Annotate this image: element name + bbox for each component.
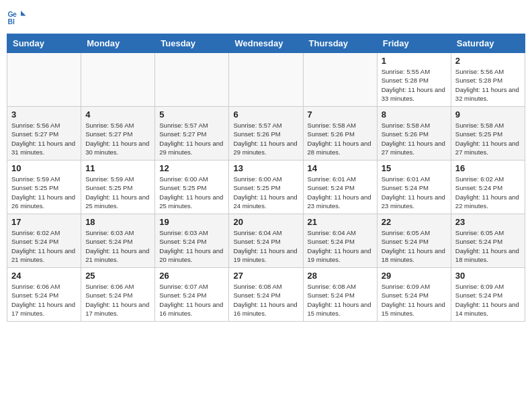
day-number: 6 bbox=[233, 109, 298, 120]
calendar-day: 1Sunrise: 5:55 AM Sunset: 5:28 PM Daylig… bbox=[377, 53, 451, 107]
day-number: 5 bbox=[159, 109, 224, 120]
weekday-header: Sunday bbox=[7, 34, 81, 53]
day-number: 11 bbox=[85, 163, 150, 173]
calendar-day: 7Sunrise: 5:58 AM Sunset: 5:26 PM Daylig… bbox=[303, 107, 377, 161]
day-number: 16 bbox=[455, 163, 521, 173]
day-info: Sunrise: 5:59 AM Sunset: 5:25 PM Dayligh… bbox=[85, 175, 150, 210]
calendar-day: 2Sunrise: 5:56 AM Sunset: 5:28 PM Daylig… bbox=[451, 53, 525, 107]
calendar-day: 22Sunrise: 6:05 AM Sunset: 5:24 PM Dayli… bbox=[377, 214, 451, 268]
day-number: 2 bbox=[455, 56, 521, 66]
day-number: 26 bbox=[159, 271, 224, 281]
day-number: 21 bbox=[308, 217, 373, 227]
day-number: 30 bbox=[455, 271, 521, 281]
day-info: Sunrise: 5:56 AM Sunset: 5:27 PM Dayligh… bbox=[85, 121, 150, 156]
day-info: Sunrise: 5:57 AM Sunset: 5:26 PM Dayligh… bbox=[233, 121, 298, 156]
day-number: 22 bbox=[382, 217, 447, 227]
weekday-header: Friday bbox=[377, 34, 451, 53]
calendar-empty bbox=[81, 53, 155, 107]
day-info: Sunrise: 6:09 AM Sunset: 5:24 PM Dayligh… bbox=[382, 282, 447, 318]
weekday-header: Tuesday bbox=[155, 34, 229, 53]
calendar-day: 16Sunrise: 6:02 AM Sunset: 5:24 PM Dayli… bbox=[451, 161, 525, 214]
day-info: Sunrise: 6:00 AM Sunset: 5:25 PM Dayligh… bbox=[233, 175, 298, 210]
day-info: Sunrise: 6:06 AM Sunset: 5:24 PM Dayligh… bbox=[11, 282, 77, 318]
logo-icon: G e B l bbox=[7, 7, 27, 27]
day-number: 28 bbox=[308, 271, 373, 281]
svg-marker-4 bbox=[21, 11, 26, 16]
day-info: Sunrise: 5:58 AM Sunset: 5:26 PM Dayligh… bbox=[308, 121, 373, 156]
day-info: Sunrise: 6:00 AM Sunset: 5:25 PM Dayligh… bbox=[159, 175, 224, 210]
day-info: Sunrise: 5:58 AM Sunset: 5:25 PM Dayligh… bbox=[455, 121, 521, 156]
day-info: Sunrise: 6:05 AM Sunset: 5:24 PM Dayligh… bbox=[382, 228, 447, 264]
day-number: 4 bbox=[85, 109, 150, 120]
day-info: Sunrise: 6:07 AM Sunset: 5:24 PM Dayligh… bbox=[159, 282, 224, 318]
day-number: 9 bbox=[455, 109, 521, 120]
day-number: 25 bbox=[85, 271, 150, 281]
day-number: 18 bbox=[85, 217, 150, 227]
calendar-day: 26Sunrise: 6:07 AM Sunset: 5:24 PM Dayli… bbox=[155, 268, 229, 322]
day-number: 12 bbox=[159, 163, 224, 173]
day-info: Sunrise: 6:04 AM Sunset: 5:24 PM Dayligh… bbox=[308, 228, 373, 264]
calendar-day: 13Sunrise: 6:00 AM Sunset: 5:25 PM Dayli… bbox=[229, 161, 303, 214]
day-info: Sunrise: 6:09 AM Sunset: 5:24 PM Dayligh… bbox=[455, 282, 521, 318]
calendar-day: 3Sunrise: 5:56 AM Sunset: 5:27 PM Daylig… bbox=[7, 107, 81, 161]
page-header: G e B l bbox=[7, 7, 525, 27]
day-info: Sunrise: 6:08 AM Sunset: 5:24 PM Dayligh… bbox=[308, 282, 373, 318]
calendar-day: 27Sunrise: 6:08 AM Sunset: 5:24 PM Dayli… bbox=[229, 268, 303, 322]
day-info: Sunrise: 5:55 AM Sunset: 5:28 PM Dayligh… bbox=[382, 67, 447, 103]
day-info: Sunrise: 6:02 AM Sunset: 5:24 PM Dayligh… bbox=[11, 228, 77, 264]
calendar-day: 29Sunrise: 6:09 AM Sunset: 5:24 PM Dayli… bbox=[377, 268, 451, 322]
calendar-day: 19Sunrise: 6:03 AM Sunset: 5:24 PM Dayli… bbox=[155, 214, 229, 268]
calendar-empty bbox=[303, 53, 377, 107]
calendar-day: 10Sunrise: 5:59 AM Sunset: 5:25 PM Dayli… bbox=[7, 161, 81, 214]
calendar-day: 20Sunrise: 6:04 AM Sunset: 5:24 PM Dayli… bbox=[229, 214, 303, 268]
calendar-day: 9Sunrise: 5:58 AM Sunset: 5:25 PM Daylig… bbox=[451, 107, 525, 161]
day-info: Sunrise: 5:56 AM Sunset: 5:27 PM Dayligh… bbox=[11, 121, 77, 156]
weekday-header: Wednesday bbox=[229, 34, 303, 53]
day-info: Sunrise: 6:03 AM Sunset: 5:24 PM Dayligh… bbox=[85, 228, 150, 264]
day-info: Sunrise: 5:57 AM Sunset: 5:27 PM Dayligh… bbox=[159, 121, 224, 156]
calendar-day: 5Sunrise: 5:57 AM Sunset: 5:27 PM Daylig… bbox=[155, 107, 229, 161]
calendar-day: 25Sunrise: 6:06 AM Sunset: 5:24 PM Dayli… bbox=[81, 268, 155, 322]
day-info: Sunrise: 6:02 AM Sunset: 5:24 PM Dayligh… bbox=[455, 175, 521, 210]
calendar-day: 23Sunrise: 6:05 AM Sunset: 5:24 PM Dayli… bbox=[451, 214, 525, 268]
day-number: 8 bbox=[382, 109, 447, 120]
calendar-day: 4Sunrise: 5:56 AM Sunset: 5:27 PM Daylig… bbox=[81, 107, 155, 161]
calendar-empty bbox=[229, 53, 303, 107]
weekday-header: Saturday bbox=[451, 34, 525, 53]
day-number: 14 bbox=[308, 163, 373, 173]
calendar-day: 11Sunrise: 5:59 AM Sunset: 5:25 PM Dayli… bbox=[81, 161, 155, 214]
weekday-header: Monday bbox=[81, 34, 155, 53]
day-number: 19 bbox=[159, 217, 224, 227]
day-info: Sunrise: 6:03 AM Sunset: 5:24 PM Dayligh… bbox=[159, 228, 224, 264]
calendar-day: 18Sunrise: 6:03 AM Sunset: 5:24 PM Dayli… bbox=[81, 214, 155, 268]
calendar-table: SundayMondayTuesdayWednesdayThursdayFrid… bbox=[7, 34, 525, 322]
calendar-day: 12Sunrise: 6:00 AM Sunset: 5:25 PM Dayli… bbox=[155, 161, 229, 214]
logo: G e B l bbox=[7, 7, 30, 27]
calendar-day: 8Sunrise: 5:58 AM Sunset: 5:26 PM Daylig… bbox=[377, 107, 451, 161]
day-info: Sunrise: 6:04 AM Sunset: 5:24 PM Dayligh… bbox=[233, 228, 298, 264]
day-info: Sunrise: 6:06 AM Sunset: 5:24 PM Dayligh… bbox=[85, 282, 150, 318]
day-number: 3 bbox=[11, 109, 77, 120]
day-number: 10 bbox=[11, 163, 77, 173]
calendar-day: 30Sunrise: 6:09 AM Sunset: 5:24 PM Dayli… bbox=[451, 268, 525, 322]
day-number: 27 bbox=[233, 271, 298, 281]
weekday-header: Thursday bbox=[303, 34, 377, 53]
day-number: 24 bbox=[11, 271, 77, 281]
day-number: 20 bbox=[233, 217, 298, 227]
day-number: 17 bbox=[11, 217, 77, 227]
calendar-day: 24Sunrise: 6:06 AM Sunset: 5:24 PM Dayli… bbox=[7, 268, 81, 322]
calendar-day: 14Sunrise: 6:01 AM Sunset: 5:24 PM Dayli… bbox=[303, 161, 377, 214]
calendar-day: 21Sunrise: 6:04 AM Sunset: 5:24 PM Dayli… bbox=[303, 214, 377, 268]
day-info: Sunrise: 6:01 AM Sunset: 5:24 PM Dayligh… bbox=[382, 175, 447, 210]
calendar-empty bbox=[7, 53, 81, 107]
day-number: 15 bbox=[382, 163, 447, 173]
day-number: 7 bbox=[308, 109, 373, 120]
day-info: Sunrise: 5:56 AM Sunset: 5:28 PM Dayligh… bbox=[455, 67, 521, 103]
calendar-day: 15Sunrise: 6:01 AM Sunset: 5:24 PM Dayli… bbox=[377, 161, 451, 214]
day-info: Sunrise: 6:08 AM Sunset: 5:24 PM Dayligh… bbox=[233, 282, 298, 318]
day-info: Sunrise: 5:58 AM Sunset: 5:26 PM Dayligh… bbox=[382, 121, 447, 156]
day-number: 23 bbox=[455, 217, 521, 227]
day-number: 13 bbox=[233, 163, 298, 173]
day-info: Sunrise: 6:05 AM Sunset: 5:24 PM Dayligh… bbox=[455, 228, 521, 264]
calendar-day: 6Sunrise: 5:57 AM Sunset: 5:26 PM Daylig… bbox=[229, 107, 303, 161]
